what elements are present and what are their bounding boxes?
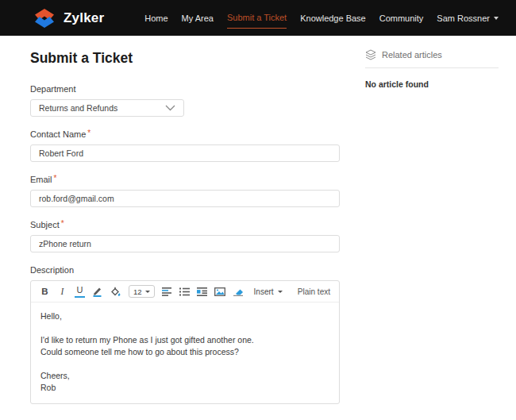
bullet-list-icon[interactable] [179, 285, 190, 298]
email-input[interactable] [30, 190, 340, 207]
eraser-icon[interactable] [233, 285, 244, 298]
department-label: Department [30, 84, 340, 94]
italic-icon[interactable]: I [57, 285, 67, 298]
description-label: Description [30, 265, 340, 275]
page-title: Submit a Ticket [30, 50, 340, 67]
page-body: Submit a Ticket Department Returns and R… [0, 36, 516, 420]
chevron-down-icon [278, 291, 283, 293]
brand-name: Zylker [64, 10, 104, 26]
contact-name-input[interactable] [30, 144, 340, 162]
user-name: Sam Rossner [437, 13, 490, 23]
insert-label: Insert [254, 287, 274, 296]
indent-icon[interactable] [197, 285, 207, 298]
description-line [40, 322, 329, 334]
required-asterisk: * [54, 175, 57, 184]
chevron-down-icon [494, 17, 499, 20]
editor-toolbar: B I U [31, 281, 339, 302]
description-line [40, 358, 329, 370]
nav-item-home[interactable]: Home [144, 13, 168, 23]
department-select[interactable]: Returns and Refunds [30, 99, 184, 117]
align-left-icon[interactable] [162, 285, 172, 298]
description-line: Cheers, [40, 370, 329, 382]
contact-name-label: Contact Name* [30, 129, 340, 139]
email-field-group: Email* [30, 175, 340, 207]
user-menu[interactable]: Sam Rossner [437, 13, 499, 23]
nav-item-my-area[interactable]: My Area [182, 13, 214, 23]
font-size-dropdown[interactable]: 12 [129, 285, 155, 298]
subject-field-group: Subject* [30, 220, 340, 252]
brand[interactable]: Zylker [34, 8, 104, 29]
plain-text-toggle[interactable]: Plain text [298, 287, 330, 296]
description-field-group: Description B I U [30, 265, 340, 404]
subject-input[interactable] [30, 235, 340, 252]
text-color-icon[interactable] [92, 285, 102, 298]
insert-dropdown[interactable]: Insert [254, 287, 283, 296]
image-icon[interactable] [214, 285, 225, 298]
underline-icon[interactable]: U [75, 285, 85, 298]
description-line: I'd like to return my Phone as I just go… [40, 334, 329, 346]
description-line: Rob [40, 382, 329, 394]
nav-item-knowledge-base[interactable]: Knowledge Base [300, 13, 366, 23]
contact-name-field-group: Contact Name* [30, 129, 340, 162]
required-asterisk: * [87, 129, 90, 139]
no-article-message: No article found [365, 79, 499, 89]
divider [365, 67, 499, 68]
nav-links: Home My Area Submit a Ticket Knowledge B… [144, 13, 499, 23]
related-articles-header: Related articles [365, 49, 499, 60]
zylker-logo-icon [34, 8, 55, 29]
description-content[interactable]: Hello, I'd like to return my Phone as I … [31, 302, 339, 403]
bold-icon[interactable]: B [40, 285, 50, 298]
rich-text-editor: B I U [30, 280, 340, 404]
department-field-group: Department Returns and Refunds [30, 84, 340, 117]
subject-label: Subject* [30, 220, 340, 229]
required-asterisk: * [61, 220, 64, 229]
description-line: Hello, [40, 310, 329, 322]
nav-item-community[interactable]: Community [379, 13, 424, 23]
ticket-form: Submit a Ticket Department Returns and R… [30, 36, 340, 420]
fill-color-icon[interactable] [110, 285, 121, 298]
department-selected-value: Returns and Refunds [39, 103, 165, 113]
chevron-down-icon [145, 291, 150, 293]
chevron-down-icon [165, 105, 175, 111]
description-line: Could someone tell me how to go about th… [40, 346, 329, 358]
related-articles-panel: Related articles No article found [365, 49, 499, 420]
related-articles-title: Related articles [382, 50, 442, 60]
top-navbar: Zylker Home My Area Submit a Ticket Know… [0, 0, 516, 36]
layers-icon [365, 49, 376, 60]
nav-item-submit-a-ticket[interactable]: Submit a Ticket [227, 13, 287, 29]
font-size-value: 12 [133, 287, 142, 296]
email-label: Email* [30, 175, 340, 184]
